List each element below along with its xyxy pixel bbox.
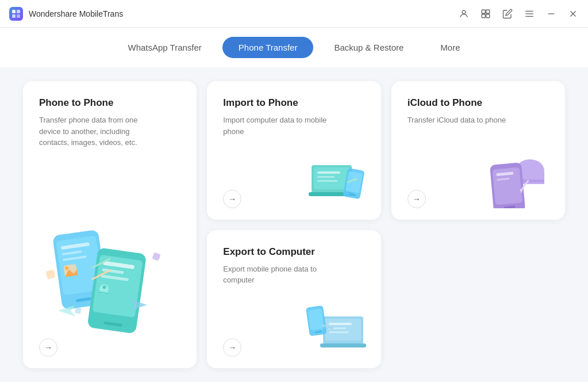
- svg-rect-8: [486, 14, 490, 17]
- import-illustration: [303, 151, 372, 211]
- svg-rect-5: [482, 10, 485, 13]
- card-phone-to-phone-title: Phone to Phone: [39, 97, 180, 109]
- card-icloud-to-phone[interactable]: iCloud to Phone Transfer iCloud data to …: [391, 81, 565, 220]
- edit-icon[interactable]: [502, 8, 513, 20]
- title-bar: Wondershare MobileTrans: [0, 0, 588, 28]
- svg-rect-41: [317, 176, 335, 178]
- svg-rect-60: [320, 343, 366, 347]
- tab-more[interactable]: More: [424, 37, 476, 58]
- card-icloud-title: iCloud to Phone: [408, 97, 549, 109]
- svg-rect-61: [329, 323, 352, 325]
- svg-rect-65: [308, 308, 324, 330]
- card-import-desc: Import computer data to mobile phone: [223, 114, 326, 137]
- svg-point-4: [462, 10, 466, 14]
- card-export-arrow[interactable]: →: [223, 338, 241, 357]
- windows-icon[interactable]: [480, 8, 491, 20]
- minimize-icon[interactable]: [545, 8, 557, 20]
- tab-whatsapp-transfer[interactable]: WhatsApp Transfer: [112, 37, 217, 58]
- svg-rect-0: [12, 10, 16, 13]
- svg-rect-6: [486, 10, 490, 13]
- svg-rect-38: [314, 167, 349, 189]
- card-icloud-desc: Transfer iCloud data to phone: [408, 114, 511, 126]
- svg-rect-34: [75, 307, 82, 314]
- card-import-to-phone[interactable]: Import to Phone Import computer data to …: [207, 81, 381, 220]
- svg-rect-3: [17, 14, 20, 18]
- svg-rect-51: [521, 179, 544, 182]
- card-import-title: Import to Phone: [223, 97, 364, 109]
- card-phone-to-phone-arrow[interactable]: →: [39, 338, 57, 357]
- svg-rect-7: [482, 14, 485, 17]
- tab-phone-transfer[interactable]: Phone Transfer: [222, 37, 314, 58]
- card-phone-to-phone[interactable]: Phone to Phone Transfer phone data from …: [23, 81, 197, 368]
- close-icon[interactable]: [567, 8, 579, 20]
- icloud-illustration: [487, 151, 556, 211]
- account-icon[interactable]: [458, 8, 470, 20]
- card-import-arrow[interactable]: →: [223, 190, 241, 208]
- phone-to-phone-illustration: [41, 219, 179, 334]
- app-name: Wondershare MobileTrans: [29, 9, 123, 18]
- tab-backup-restore[interactable]: Backup & Restore: [318, 37, 420, 58]
- menu-icon[interactable]: [524, 8, 535, 20]
- export-illustration: [303, 299, 372, 359]
- title-bar-controls: [458, 8, 579, 20]
- card-export-title: Export to Computer: [223, 246, 364, 258]
- card-export-to-computer[interactable]: Export to Computer Export mobile phone d…: [207, 230, 381, 369]
- nav-bar: WhatsApp Transfer Phone Transfer Backup …: [0, 28, 588, 67]
- svg-rect-32: [46, 269, 56, 279]
- svg-rect-1: [17, 10, 20, 13]
- svg-rect-42: [317, 180, 337, 182]
- card-export-desc: Export mobile phone data to computer: [223, 263, 326, 286]
- title-bar-left: Wondershare MobileTrans: [9, 7, 123, 21]
- svg-rect-33: [152, 252, 160, 261]
- app-icon: [9, 7, 23, 21]
- svg-rect-59: [325, 319, 361, 341]
- svg-rect-63: [329, 331, 349, 333]
- main-content: Phone to Phone Transfer phone data from …: [0, 67, 588, 382]
- card-icloud-arrow[interactable]: →: [408, 190, 426, 208]
- svg-rect-2: [12, 14, 16, 18]
- svg-rect-40: [317, 171, 340, 174]
- cards-grid: Phone to Phone Transfer phone data from …: [23, 81, 565, 368]
- card-phone-to-phone-desc: Transfer phone data from one device to a…: [39, 114, 143, 148]
